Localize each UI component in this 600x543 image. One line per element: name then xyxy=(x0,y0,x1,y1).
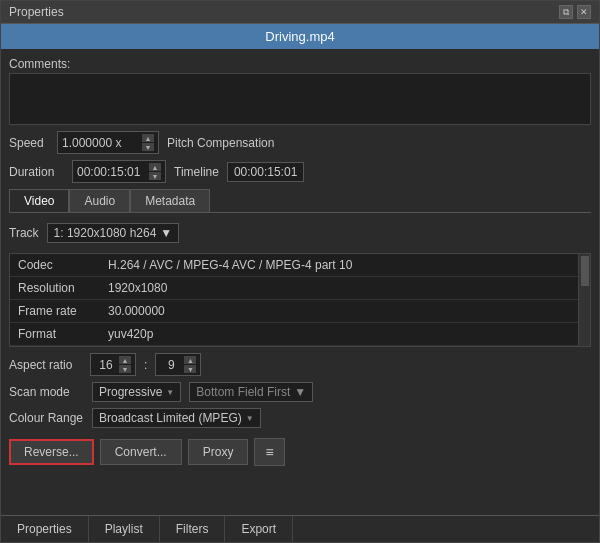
scroll-indicator xyxy=(578,254,590,346)
speed-down-button[interactable]: ▼ xyxy=(142,143,154,151)
bottom-tab-properties[interactable]: Properties xyxy=(1,516,89,542)
prop-key-codec: Codec xyxy=(10,254,100,276)
duration-value: 00:00:15:01 xyxy=(77,165,149,179)
colour-range-row: Colour Range Broadcast Limited (MPEG) ▼ xyxy=(9,408,591,428)
window-title: Properties xyxy=(9,5,64,19)
aspect-width-group: 16 ▲ ▼ xyxy=(90,353,136,376)
bottom-field-dropdown[interactable]: Bottom Field First ▼ xyxy=(189,382,313,402)
speed-label: Speed xyxy=(9,136,49,150)
bottom-tab-playlist[interactable]: Playlist xyxy=(89,516,160,542)
title-bar: Properties ⧉ ✕ xyxy=(1,1,599,24)
tab-video[interactable]: Video xyxy=(9,189,69,212)
bottom-field-label: Bottom Field First xyxy=(196,385,290,399)
table-row: Resolution 1920x1080 xyxy=(10,277,590,300)
aspect-height-group: 9 ▲ ▼ xyxy=(155,353,201,376)
bottom-tab-export[interactable]: Export xyxy=(225,516,293,542)
aspect-ratio-row: Aspect ratio 16 ▲ ▼ : 9 ▲ ▼ xyxy=(9,353,591,376)
duration-row: Duration 00:00:15:01 ▲ ▼ Timeline 00:00:… xyxy=(9,160,591,183)
filename-label: Driving.mp4 xyxy=(265,29,334,44)
timeline-value: 00:00:15:01 xyxy=(227,162,304,182)
reverse-button[interactable]: Reverse... xyxy=(9,439,94,465)
tabs-row: Video Audio Metadata xyxy=(9,189,591,213)
track-value: 1: 1920x1080 h264 xyxy=(54,226,157,240)
title-bar-controls: ⧉ ✕ xyxy=(559,5,591,19)
speed-input-group: 1.000000 x ▲ ▼ xyxy=(57,131,159,154)
aspect-width-up[interactable]: ▲ xyxy=(119,356,131,364)
prop-key-framerate: Frame rate xyxy=(10,300,100,322)
colour-range-value: Broadcast Limited (MPEG) xyxy=(99,411,242,425)
table-row: Format yuv420p xyxy=(10,323,590,346)
filename-bar: Driving.mp4 xyxy=(1,24,599,49)
duration-spinner: ▲ ▼ xyxy=(149,163,161,180)
scan-mode-row: Scan mode Progressive ▼ Bottom Field Fir… xyxy=(9,382,591,402)
table-row: Codec H.264 / AVC / MPEG-4 AVC / MPEG-4 … xyxy=(10,254,590,277)
comments-label: Comments: xyxy=(9,57,591,71)
bottom-field-arrow-icon: ▼ xyxy=(294,385,306,399)
properties-table: Codec H.264 / AVC / MPEG-4 AVC / MPEG-4 … xyxy=(9,253,591,347)
scan-mode-value: Progressive xyxy=(99,385,162,399)
bottom-tabs: Properties Playlist Filters Export xyxy=(1,515,599,542)
pitch-label: Pitch Compensation xyxy=(167,136,274,150)
properties-window: Properties ⧉ ✕ Driving.mp4 Comments: Spe… xyxy=(0,0,600,543)
comments-section: Comments: xyxy=(9,57,591,125)
prop-key-format: Format xyxy=(10,323,100,345)
bottom-tab-filters[interactable]: Filters xyxy=(160,516,226,542)
prop-val-framerate: 30.000000 xyxy=(100,300,590,322)
aspect-colon: : xyxy=(142,358,149,372)
scroll-thumb xyxy=(581,256,589,286)
aspect-height-down[interactable]: ▼ xyxy=(184,365,196,373)
track-select[interactable]: 1: 1920x1080 h264 ▼ xyxy=(47,223,180,243)
aspect-width-down[interactable]: ▼ xyxy=(119,365,131,373)
aspect-width-value: 16 xyxy=(95,358,117,372)
prop-val-resolution: 1920x1080 xyxy=(100,277,590,299)
duration-input-group: 00:00:15:01 ▲ ▼ xyxy=(72,160,166,183)
track-row: Track 1: 1920x1080 h264 ▼ xyxy=(9,219,591,247)
duration-up-button[interactable]: ▲ xyxy=(149,163,161,171)
aspect-height-spinner: ▲ ▼ xyxy=(184,356,196,373)
speed-row: Speed 1.000000 x ▲ ▼ Pitch Compensation xyxy=(9,131,591,154)
restore-button[interactable]: ⧉ xyxy=(559,5,573,19)
table-row: Frame rate 30.000000 xyxy=(10,300,590,323)
aspect-height-value: 9 xyxy=(160,358,182,372)
track-arrow-icon: ▼ xyxy=(160,226,172,240)
speed-value: 1.000000 x xyxy=(62,136,142,150)
track-label: Track xyxy=(9,226,39,240)
colour-range-select[interactable]: Broadcast Limited (MPEG) ▼ xyxy=(92,408,261,428)
speed-up-button[interactable]: ▲ xyxy=(142,134,154,142)
colour-range-label: Colour Range xyxy=(9,411,84,425)
prop-val-format: yuv420p xyxy=(100,323,590,345)
aspect-width-spinner: ▲ ▼ xyxy=(119,356,131,373)
comments-input[interactable] xyxy=(9,73,591,125)
close-button[interactable]: ✕ xyxy=(577,5,591,19)
aspect-ratio-label: Aspect ratio xyxy=(9,358,84,372)
duration-label: Duration xyxy=(9,165,64,179)
timeline-label: Timeline xyxy=(174,165,219,179)
main-content: Comments: Speed 1.000000 x ▲ ▼ Pitch Com… xyxy=(1,49,599,515)
bottom-buttons: Reverse... Convert... Proxy ≡ xyxy=(9,438,591,466)
scan-mode-label: Scan mode xyxy=(9,385,84,399)
tab-audio[interactable]: Audio xyxy=(69,189,130,212)
convert-button[interactable]: Convert... xyxy=(100,439,182,465)
prop-key-resolution: Resolution xyxy=(10,277,100,299)
tab-metadata[interactable]: Metadata xyxy=(130,189,210,212)
duration-down-button[interactable]: ▼ xyxy=(149,172,161,180)
colour-range-arrow-icon: ▼ xyxy=(246,414,254,423)
scan-mode-arrow-icon: ▼ xyxy=(166,388,174,397)
speed-spinner: ▲ ▼ xyxy=(142,134,154,151)
scan-mode-select[interactable]: Progressive ▼ xyxy=(92,382,181,402)
prop-val-codec: H.264 / AVC / MPEG-4 AVC / MPEG-4 part 1… xyxy=(100,254,590,276)
aspect-height-up[interactable]: ▲ xyxy=(184,356,196,364)
proxy-button[interactable]: Proxy xyxy=(188,439,249,465)
menu-button[interactable]: ≡ xyxy=(254,438,284,466)
